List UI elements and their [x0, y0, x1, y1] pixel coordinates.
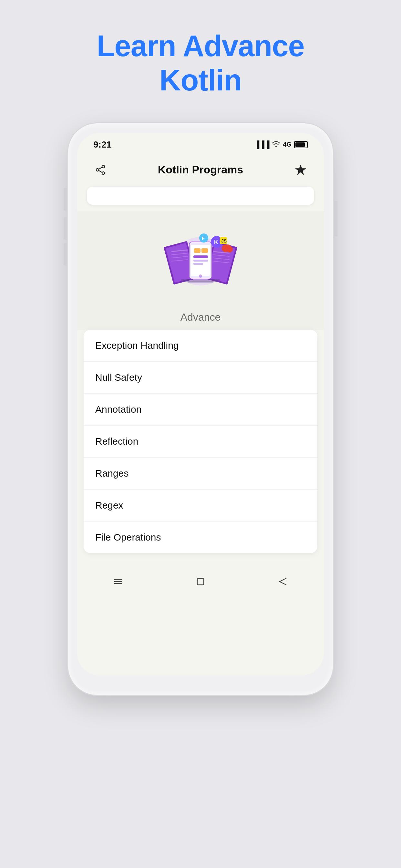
svg-rect-25 [193, 263, 203, 265]
svg-point-0 [102, 165, 104, 168]
battery-icon [294, 141, 308, 148]
svg-text:F: F [202, 236, 205, 241]
svg-line-3 [99, 167, 102, 169]
menu-list: Exception Handling Null Safety Annotatio… [84, 330, 317, 553]
search-area [77, 187, 324, 211]
list-item-ranges[interactable]: Ranges [84, 458, 317, 490]
app-header: Kotlin Programs [77, 153, 324, 187]
svg-rect-24 [193, 259, 208, 261]
svg-marker-5 [296, 165, 305, 175]
list-item-annotation[interactable]: Annotation [84, 394, 317, 426]
svg-rect-22 [202, 248, 208, 253]
list-item-reflection[interactable]: Reflection [84, 426, 317, 458]
signal-icon: ▐▐▐ [254, 141, 270, 149]
app-header-title: Kotlin Programs [111, 163, 290, 176]
wifi-icon [272, 140, 280, 149]
hero-area: K JS F [77, 211, 324, 302]
svg-point-2 [96, 168, 99, 171]
svg-point-26 [199, 275, 202, 278]
section-label: Advance [77, 302, 324, 330]
svg-rect-23 [193, 255, 208, 258]
list-item-exception-handling[interactable]: Exception Handling [84, 330, 317, 362]
phone-mockup: 9:21 ▐▐▐ 4G [68, 123, 333, 695]
back-button[interactable] [109, 576, 128, 587]
status-icons: ▐▐▐ 4G [254, 140, 308, 149]
hero-illustration: K JS F [155, 224, 246, 295]
recent-button[interactable] [273, 576, 292, 587]
svg-line-4 [99, 170, 102, 173]
search-bar[interactable] [87, 187, 314, 205]
svg-rect-38 [188, 281, 213, 283]
bookmark-button[interactable] [290, 159, 311, 180]
status-time: 9:21 [93, 140, 112, 150]
phone-screen: 9:21 ▐▐▐ 4G [77, 133, 324, 676]
share-button[interactable] [90, 159, 111, 180]
list-item-null-safety[interactable]: Null Safety [84, 362, 317, 394]
page-title: Learn Advance Kotlin [96, 29, 304, 97]
home-button[interactable] [191, 576, 210, 587]
svg-text:JS: JS [221, 238, 227, 244]
svg-point-1 [102, 172, 104, 175]
list-item-file-operations[interactable]: File Operations [84, 522, 317, 553]
svg-rect-21 [194, 248, 201, 253]
status-bar: 9:21 ▐▐▐ 4G [77, 133, 324, 153]
list-item-regex[interactable]: Regex [84, 490, 317, 522]
svg-rect-42 [197, 578, 204, 585]
svg-rect-36 [224, 249, 232, 252]
svg-text:K: K [214, 239, 218, 245]
lte-icon: 4G [283, 141, 291, 148]
nav-bar [77, 566, 324, 600]
